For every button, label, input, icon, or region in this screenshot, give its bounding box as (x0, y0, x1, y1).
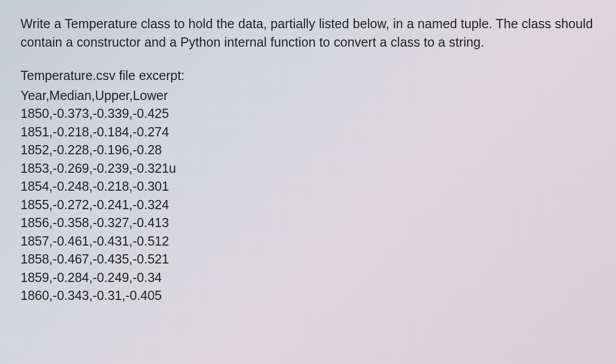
csv-data-row: 1856,-0.358,-0.327,-0.413 (21, 214, 595, 232)
document-content: Write a Temperature class to hold the da… (21, 14, 595, 305)
csv-data-row: 1854,-0.248,-0.218,-0.301 (21, 177, 595, 196)
csv-data-row: 1850,-0.373,-0.339,-0.425 (21, 105, 595, 123)
csv-data-row: 1860,-0.343,-0.31,-0.405 (21, 287, 595, 305)
csv-data-row: 1851,-0.218,-0.184,-0.274 (21, 123, 595, 141)
csv-data-row: 1855,-0.272,-0.241,-0.324 (21, 196, 595, 214)
csv-data-row: 1858,-0.467,-0.435,-0.521 (21, 250, 595, 269)
csv-header-row: Year,Median,Upper,Lower (21, 87, 595, 105)
csv-data-row: 1857,-0.461,-0.431,-0.512 (21, 232, 595, 251)
csv-data-row: 1852,-0.228,-0.196,-0.28 (21, 141, 595, 159)
csv-data-row: 1859,-0.284,-0.249,-0.34 (21, 269, 595, 287)
problem-instructions: Write a Temperature class to hold the da… (21, 14, 595, 52)
excerpt-title: Temperature.csv file excerpt: (21, 66, 595, 85)
csv-data-row: 1853,-0.269,-0.239,-0.321u (21, 159, 595, 178)
